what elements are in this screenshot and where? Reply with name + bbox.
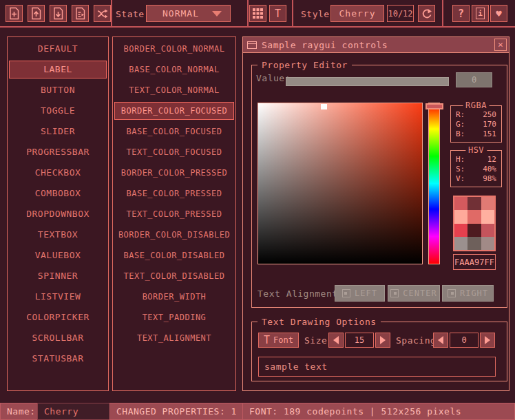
palette-cell-0[interactable] (454, 197, 467, 210)
hue-bar-handle[interactable] (425, 103, 443, 109)
property-item-text_color_pressed[interactable]: TEXT_COLOR_PRESSED (113, 204, 235, 224)
spacing-value-box[interactable]: 0 (450, 333, 479, 348)
sponsor-button[interactable]: ♥ (490, 5, 507, 22)
property-item-border_color_disabled[interactable]: BORDER_COLOR_DISABLED (113, 224, 235, 245)
palette-cell-11[interactable] (481, 237, 494, 250)
color-picker-cursor[interactable] (321, 104, 327, 109)
palette-cell-6[interactable] (454, 224, 467, 237)
open-style-button[interactable] (28, 5, 45, 22)
control-item-listview[interactable]: LISTVIEW (8, 286, 108, 307)
reload-icon (421, 8, 432, 19)
control-item-combobox[interactable]: COMBOBOX (8, 183, 108, 204)
export-style-button[interactable] (72, 5, 89, 22)
align-right-button[interactable]: RIGHT (442, 285, 494, 302)
font-button[interactable]: T Font (258, 333, 299, 348)
help-button[interactable]: ? (452, 5, 470, 22)
hsv-group: HSV H:12 S:40% V:98% (450, 150, 502, 187)
hsv-title: HSV (465, 145, 487, 155)
grid-toggle-button[interactable] (249, 5, 266, 22)
control-item-colorpicker[interactable]: COLORPICKER (8, 307, 108, 328)
arrow-right-icon (485, 336, 490, 344)
control-item-statusbar[interactable]: STATUSBAR (8, 348, 108, 369)
text-preview-button[interactable]: T (269, 5, 286, 22)
properties-list: BORDER_COLOR_NORMALBASE_COLOR_NORMALTEXT… (112, 36, 236, 391)
control-item-label[interactable]: LABEL (9, 61, 107, 78)
property-item-border_color_focused[interactable]: BORDER_COLOR_FOCUSED (114, 102, 234, 120)
control-item-scrollbar[interactable]: SCROLLBAR (8, 328, 108, 348)
hex-color-input[interactable]: FAAA97FF (453, 254, 496, 270)
color-picker-panel[interactable] (258, 103, 423, 264)
control-item-textbox[interactable]: TEXTBOX (8, 224, 108, 245)
control-item-spinner[interactable]: SPINNER (8, 266, 108, 286)
value-slider[interactable] (286, 77, 449, 86)
palette-cell-8[interactable] (481, 224, 494, 237)
hsv-row-v: V:98% (451, 174, 501, 184)
style-combobox[interactable]: Cherry (330, 5, 384, 22)
text-tool-icon: T (264, 334, 270, 346)
control-item-button[interactable]: BUTTON (8, 80, 108, 101)
close-icon[interactable]: × (494, 39, 507, 51)
control-item-slider[interactable]: SLIDER (8, 121, 108, 142)
palette-cell-9[interactable] (454, 237, 467, 250)
palette-cell-3[interactable] (454, 210, 467, 223)
control-item-default[interactable]: DEFAULT (8, 39, 108, 59)
property-item-border_color_normal[interactable]: BORDER_COLOR_NORMAL (113, 39, 235, 59)
property-item-base_color_normal[interactable]: BASE_COLOR_NORMAL (113, 59, 235, 80)
hue-bar[interactable] (428, 103, 440, 264)
align-center-button[interactable]: CENTER (388, 285, 440, 302)
about-button[interactable]: i (472, 5, 489, 22)
size-decrement-button[interactable] (328, 333, 344, 348)
property-item-base_color_disabled[interactable]: BASE_COLOR_DISABLED (113, 245, 235, 266)
export-file-icon (74, 7, 86, 20)
property-item-border_color_pressed[interactable]: BORDER_COLOR_PRESSED (113, 162, 235, 183)
control-item-valuebox[interactable]: VALUEBOX (8, 245, 108, 266)
random-style-button[interactable] (94, 5, 111, 22)
palette-cell-2[interactable] (481, 197, 494, 210)
spacing-increment-button[interactable] (480, 333, 495, 348)
palette-cell-5[interactable] (481, 210, 494, 223)
info-icon: i (476, 8, 485, 19)
property-editor-title: Property Editor (258, 60, 352, 70)
size-increment-button[interactable] (375, 333, 390, 348)
control-item-toggle[interactable]: TOGGLE (8, 101, 108, 121)
palette-cell-4[interactable] (467, 210, 481, 223)
new-style-button[interactable] (6, 5, 23, 22)
spacing-decrement-button[interactable] (433, 333, 448, 348)
hsv-row-s: S:40% (451, 165, 501, 174)
property-item-border_width[interactable]: BORDER_WIDTH (113, 286, 235, 307)
size-value-box[interactable]: 15 (345, 333, 374, 348)
property-item-text_color_disabled[interactable]: TEXT_COLOR_DISABLED (113, 266, 235, 286)
style-index-button[interactable]: 10/12 (387, 5, 414, 22)
statusbar-font-info: FONT: 189 codepoints | 512x256 pixels (242, 403, 515, 420)
control-item-progressbar[interactable]: PROGRESSBAR (8, 142, 108, 162)
palette-cell-1[interactable] (467, 197, 481, 210)
toolbar-divider (292, 0, 293, 26)
style-combobox-value: Cherry (339, 8, 376, 19)
align-left-button[interactable]: LEFT (335, 285, 385, 302)
control-item-checkbox[interactable]: CHECKBOX (8, 162, 108, 183)
property-item-base_color_focused[interactable]: BASE_COLOR_FOCUSED (113, 121, 235, 142)
property-item-text_padding[interactable]: TEXT_PADDING (113, 307, 235, 328)
toolbar-divider (442, 0, 443, 26)
rgba-group: RGBA R:250 G:170 B:151 (450, 105, 502, 143)
property-item-text_color_normal[interactable]: TEXT_COLOR_NORMAL (113, 80, 235, 101)
property-item-text_color_focused[interactable]: TEXT_COLOR_FOCUSED (113, 142, 235, 162)
property-item-text_alignment[interactable]: TEXT_ALIGNMENT (113, 328, 235, 348)
palette-cell-7[interactable] (467, 224, 481, 237)
rgba-row-r: R:250 (451, 110, 501, 120)
property-item-base_color_pressed[interactable]: BASE_COLOR_PRESSED (113, 183, 235, 204)
rguistyler-app: State: NORMAL T Style: Cherry 10/12 ? i (0, 0, 515, 420)
style-name-input[interactable]: Cherry (37, 403, 110, 420)
text-alignment-label: Text Alignment: (258, 288, 344, 299)
palette-cell-10[interactable] (467, 237, 481, 250)
toolbar-divider (247, 0, 249, 26)
save-style-button[interactable] (50, 5, 67, 22)
property-editor-group: Property Editor Value: 0 RGBA R:250 G:17… (251, 65, 507, 308)
value-box[interactable]: 0 (456, 72, 492, 87)
sample-text-input[interactable]: sample text (258, 357, 496, 377)
control-item-dropdownbox[interactable]: DROPDOWNBOX (8, 204, 108, 224)
window-titlebar[interactable]: Sample raygui controls × (243, 37, 509, 53)
chevron-down-icon (212, 11, 222, 17)
reload-style-button[interactable] (418, 5, 435, 22)
state-dropdown[interactable]: NORMAL (146, 5, 231, 22)
